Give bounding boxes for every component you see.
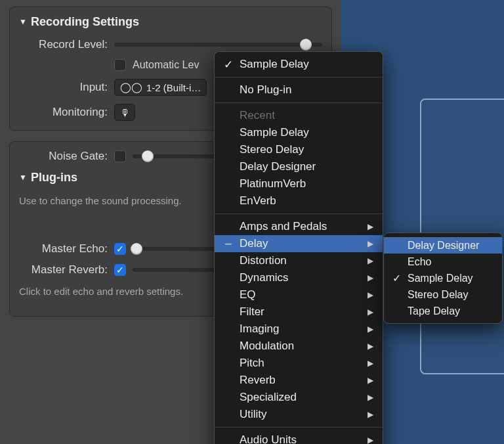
noise-gate-checkbox[interactable] [114, 150, 126, 162]
menu-item-label: Delay [240, 237, 362, 250]
menu-item-category[interactable]: Distortion▶ [215, 252, 383, 269]
submenu-item[interactable]: ✓Sample Delay [384, 270, 502, 286]
menu-item-category[interactable]: –Delay▶ [215, 235, 383, 252]
menu-heading-recent: Recent [215, 107, 383, 124]
monitoring-icon: 🎙 [120, 107, 130, 118]
submenu-arrow-icon: ▶ [368, 290, 373, 300]
menu-item-label: Imaging [240, 322, 362, 336]
menu-item-no-plugin[interactable]: No Plug-in [215, 81, 383, 99]
slider-knob[interactable] [131, 243, 142, 255]
plugin-menu[interactable]: ✓ Sample Delay No Plug-in Recent Sample … [214, 51, 383, 444]
recording-settings-title: Recording Settings [31, 15, 139, 29]
menu-item-category[interactable]: Specialized▶ [215, 389, 383, 406]
menu-item-label: Utility [240, 408, 362, 421]
menu-item-label: Stereo Delay [240, 143, 373, 156]
menu-item-label: Modulation [240, 340, 362, 353]
submenu-item-label: Delay Designer [408, 240, 494, 252]
submenu-arrow-icon: ▶ [368, 324, 373, 334]
noise-gate-label: Noise Gate: [19, 150, 114, 163]
slider-knob[interactable] [300, 39, 312, 51]
menu-item-label: Specialized [240, 391, 362, 404]
record-level-row: Record Level: [19, 38, 322, 51]
menu-item-label: Reverb [240, 374, 362, 387]
menu-item-label: Sample Delay [240, 126, 373, 139]
submenu-item[interactable]: Tape Delay [384, 303, 502, 319]
submenu-arrow-icon: ▶ [368, 256, 373, 265]
menu-item-recent[interactable]: Stereo Delay [215, 141, 383, 158]
submenu-arrow-icon: ▶ [368, 273, 373, 282]
menu-item-label: Filter [240, 305, 362, 319]
stereo-icon: ◯◯ [120, 81, 142, 93]
menu-item-recent[interactable]: PlatinumVerb [215, 175, 383, 192]
disclosure-triangle-icon: ▼ [19, 173, 27, 182]
menu-item-category[interactable]: Dynamics▶ [215, 269, 383, 286]
submenu-arrow-icon: ▶ [368, 376, 373, 385]
monitoring-button[interactable]: 🎙 [114, 104, 135, 121]
automatic-level-label: Automatic Lev [133, 59, 199, 71]
master-echo-checkbox[interactable]: ✓ [114, 243, 126, 255]
submenu-arrow-icon: ▶ [368, 410, 373, 419]
menu-item-recent[interactable]: EnVerb [215, 192, 383, 210]
menu-item-current[interactable]: ✓ Sample Delay [215, 56, 383, 73]
input-label: Input: [19, 81, 114, 94]
menu-item-category[interactable]: Utility▶ [215, 406, 383, 423]
menu-item-category[interactable]: Imaging▶ [215, 321, 383, 338]
submenu-item[interactable]: Stereo Delay [384, 286, 502, 303]
submenu-item-label: Tape Delay [408, 305, 494, 317]
master-reverb-checkbox[interactable]: ✓ [114, 264, 126, 276]
menu-separator [215, 102, 383, 103]
slider-knob[interactable] [142, 150, 154, 162]
menu-heading-label: Recent [240, 109, 373, 122]
submenu-item[interactable]: Echo [384, 254, 502, 270]
record-level-label: Record Level: [19, 38, 114, 51]
menu-item-category[interactable]: Reverb▶ [215, 372, 383, 389]
menu-separator [215, 77, 383, 78]
menu-item-category[interactable]: Modulation▶ [215, 338, 383, 355]
submenu-arrow-icon: ▶ [368, 359, 373, 368]
menu-item-label: Delay Designer [240, 160, 373, 173]
menu-item-label: Dynamics [240, 271, 362, 284]
menu-item-category[interactable]: EQ▶ [215, 286, 383, 303]
submenu-item-label: Echo [408, 256, 494, 268]
submenu-item-label: Sample Delay [408, 273, 494, 284]
submenu-arrow-icon: ▶ [368, 342, 373, 351]
menu-item-label: Sample Delay [240, 58, 373, 71]
menu-separator [215, 213, 383, 214]
menu-item-label: EQ [240, 288, 362, 301]
submenu-item[interactable]: Delay Designer [384, 237, 502, 254]
menu-item-category[interactable]: Filter▶ [215, 303, 383, 321]
menu-item-category[interactable]: Amps and Pedals▶ [215, 218, 383, 235]
plugins-title: Plug-ins [31, 171, 77, 185]
monitoring-label: Monitoring: [19, 106, 114, 119]
menu-item-label: Distortion [240, 254, 362, 267]
submenu-arrow-icon: ▶ [368, 307, 373, 317]
recording-settings-header[interactable]: ▼ Recording Settings [19, 15, 322, 29]
input-selector[interactable]: ◯◯ 1-2 (Built-i… [114, 79, 207, 96]
master-echo-label: Master Echo: [19, 242, 114, 255]
automatic-level-checkbox[interactable] [114, 59, 126, 71]
submenu-arrow-icon: ▶ [368, 239, 373, 248]
submenu-arrow-icon: ▶ [368, 435, 373, 444]
menu-item-label: No Plug-in [240, 83, 373, 97]
menu-separator [215, 427, 383, 428]
master-reverb-label: Master Reverb: [19, 263, 114, 277]
menu-item-audio-units[interactable]: Audio Units ▶ [215, 432, 383, 444]
submenu-arrow-icon: ▶ [368, 222, 373, 231]
plugin-submenu-delay[interactable]: Delay DesignerEcho✓Sample DelayStereo De… [383, 233, 503, 324]
submenu-item-label: Stereo Delay [408, 289, 494, 301]
menu-item-category[interactable]: Pitch▶ [215, 355, 383, 372]
menu-item-recent[interactable]: Delay Designer [215, 158, 383, 175]
disclosure-triangle-icon: ▼ [19, 17, 27, 26]
record-level-slider[interactable] [114, 43, 322, 47]
submenu-arrow-icon: ▶ [368, 393, 373, 402]
menu-item-label: PlatinumVerb [240, 177, 373, 190]
check-icon: ✓ [222, 58, 234, 72]
menu-item-label: Amps and Pedals [240, 220, 362, 233]
input-value: 1-2 (Built-i… [146, 82, 201, 93]
menu-item-label: Pitch [240, 357, 362, 370]
menu-item-label: EnVerb [240, 194, 373, 208]
menu-item-recent[interactable]: Sample Delay [215, 124, 383, 141]
menu-item-label: Audio Units [240, 433, 362, 444]
